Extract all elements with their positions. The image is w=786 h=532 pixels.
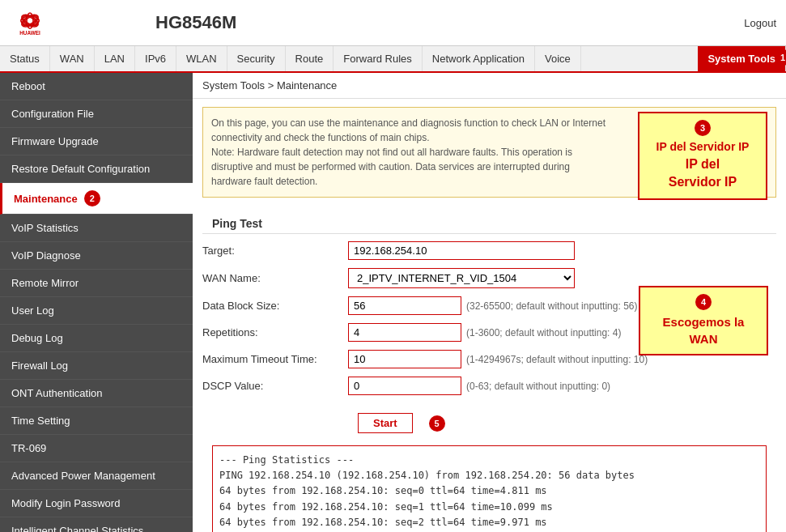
device-title: HG8546M — [155, 12, 744, 33]
ping-line-0: --- Ping Statistics --- — [219, 453, 759, 468]
huawei-logo: HUAWEI — [10, 6, 50, 39]
badge-2: 2 — [84, 190, 100, 206]
logout-button[interactable]: Logout — [744, 17, 776, 29]
timeout-hint: (1-4294967s; default without inputting: … — [466, 354, 648, 365]
sidebar-firmware[interactable]: Firmware Upgrade — [0, 128, 193, 155]
sidebar-voip-stats[interactable]: VoIP Statistics — [0, 215, 193, 242]
repetitions-input[interactable] — [348, 323, 461, 342]
ping-form-wrapper: Target: WAN Name: 2_IPTV_INTERNET_R_VID_… — [202, 237, 776, 442]
target-row: Target: — [202, 237, 776, 264]
sidebar-tr069[interactable]: TR-069 — [0, 435, 193, 462]
sidebar-config-file[interactable]: Configuration File — [0, 100, 193, 128]
timeout-input[interactable] — [348, 350, 461, 368]
annotation-ip-server: 3 IP del Servidor IP IP delServidor IP — [638, 112, 767, 200]
info-box: On this page, you can use the maintenanc… — [202, 107, 776, 198]
sidebar-remote-mirror[interactable]: Remote Mirror — [0, 270, 193, 297]
sidebar-restore-default[interactable]: Restore Default Configuration — [0, 155, 193, 183]
navbar: Status WAN LAN IPv6 WLAN Security Route … — [0, 46, 786, 73]
start-button[interactable]: Start — [358, 413, 413, 433]
content-area: System Tools > Maintenance On this page,… — [193, 73, 786, 532]
ping-line-2: 64 bytes from 192.168.254.10: seq=0 ttl=… — [219, 483, 759, 499]
nav-system-tools[interactable]: System Tools — [698, 46, 786, 71]
block-size-label: Data Block Size: — [202, 300, 348, 312]
sidebar-user-log[interactable]: User Log — [0, 297, 193, 325]
target-input[interactable] — [348, 241, 575, 260]
dscp-row: DSCP Value: (0-63; default without input… — [202, 372, 776, 399]
nav-status[interactable]: Status — [0, 46, 50, 71]
annotation-wan-label: Escogemos laWAN — [650, 313, 757, 347]
sidebar-ont-auth[interactable]: ONT Authentication — [0, 380, 193, 407]
sidebar-voip-diagnose[interactable]: VoIP Diagnose — [0, 242, 193, 270]
dscp-label: DSCP Value: — [202, 380, 348, 392]
badge-4: 4 — [695, 294, 712, 310]
logo-area: HUAWEI — [10, 6, 155, 39]
ping-line-3: 64 bytes from 192.168.254.10: seq=1 ttl=… — [219, 500, 759, 515]
annotation-ip-label: IP delServidor IP — [649, 155, 756, 192]
nav-wan[interactable]: WAN — [50, 46, 95, 71]
content-inner: System Tools > Maintenance On this page,… — [193, 73, 786, 532]
sidebar-modify-password[interactable]: Modify Login Password — [0, 490, 193, 517]
badge-5: 5 — [429, 415, 445, 432]
sidebar-power-mgmt[interactable]: Advanced Power Management — [0, 462, 193, 490]
annotation-wan: 4 Escogemos laWAN — [639, 286, 768, 355]
repetitions-hint: (1-3600; default without inputting: 4) — [466, 327, 621, 338]
sidebar-maintenance[interactable]: Maintenance 2 — [0, 183, 193, 215]
target-label: Target: — [202, 245, 348, 257]
ping-line-4: 64 bytes from 192.168.254.10: seq=2 ttl=… — [219, 515, 759, 530]
dscp-input[interactable] — [348, 377, 461, 395]
sidebar-channel-stats[interactable]: Intelligent Channel Statistics — [0, 517, 193, 532]
badge-1: 1 — [775, 49, 786, 66]
timeout-label: Maximum Timeout Time: — [202, 353, 348, 365]
sidebar: Reboot Configuration File Firmware Upgra… — [0, 73, 193, 532]
nav-wlan[interactable]: WLAN — [176, 46, 227, 71]
ping-test-section: Ping Test Target: WAN Name: 2_IPTV_INTER… — [193, 206, 786, 532]
sidebar-debug-log[interactable]: Debug Log — [0, 325, 193, 352]
sidebar-firewall-log[interactable]: Firewall Log — [0, 352, 193, 380]
annotation-ip-text: IP del Servidor IP — [649, 139, 756, 155]
start-row: Start 5 — [202, 404, 776, 442]
block-size-input[interactable] — [348, 296, 461, 315]
wan-name-select[interactable]: 2_IPTV_INTERNET_R_VID_1504 — [348, 268, 575, 288]
wan-name-label: WAN Name: — [202, 272, 348, 284]
main-layout: Reboot Configuration File Firmware Upgra… — [0, 73, 786, 532]
nav-network-app[interactable]: Network Application — [423, 46, 535, 71]
sidebar-reboot[interactable]: Reboot — [0, 73, 193, 100]
repetitions-label: Repetitions: — [202, 326, 348, 338]
page-wrapper: HUAWEI HG8546M Logout Status WAN LAN IPv… — [0, 0, 786, 532]
ping-output-wrapper: --- Ping Statistics --- PING 192.168.254… — [202, 445, 776, 532]
nav-voice[interactable]: Voice — [535, 46, 581, 71]
dscp-hint: (0-63; default without inputting: 0) — [466, 381, 610, 392]
nav-system-tools-wrap: System Tools 1 — [698, 46, 786, 71]
header: HUAWEI HG8546M Logout — [0, 0, 786, 46]
nav-ipv6[interactable]: IPv6 — [135, 46, 176, 71]
nav-route[interactable]: Route — [286, 46, 334, 71]
breadcrumb: System Tools > Maintenance — [193, 73, 786, 99]
nav-lan[interactable]: LAN — [95, 46, 135, 71]
ping-output: --- Ping Statistics --- PING 192.168.254… — [212, 445, 767, 532]
nav-spacer — [581, 46, 699, 71]
sidebar-maintenance-label: Maintenance — [14, 193, 78, 205]
nav-security[interactable]: Security — [227, 46, 286, 71]
badge-3: 3 — [695, 120, 711, 136]
sidebar-time-setting[interactable]: Time Setting — [0, 407, 193, 435]
block-size-hint: (32-65500; default without inputting: 56… — [466, 300, 637, 312]
ping-line-1: PING 192.168.254.10 (192.168.254.10) fro… — [219, 468, 759, 483]
nav-forward-rules[interactable]: Forward Rules — [334, 46, 423, 71]
svg-text:HUAWEI: HUAWEI — [19, 30, 40, 36]
ping-test-title: Ping Test — [202, 211, 776, 234]
